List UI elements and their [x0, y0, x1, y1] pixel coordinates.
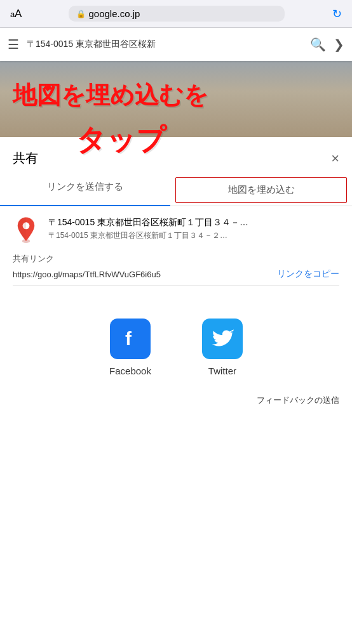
feedback-link[interactable]: フィードバックの送信	[257, 395, 339, 405]
shared-link-label: 共有リンク	[13, 253, 339, 265]
twitter-icon	[202, 319, 243, 359]
overlay-subtitle: タップ	[76, 121, 166, 160]
reload-button[interactable]: ↻	[332, 7, 342, 21]
close-button[interactable]: ×	[331, 150, 339, 167]
map-search-bar: ☰ 〒154-0015 東京都世田谷区桜新 🔍 ❯	[0, 28, 352, 61]
twitter-share-button[interactable]: Twitter	[202, 319, 243, 376]
search-button[interactable]: 🔍	[310, 37, 326, 52]
lock-icon: 🔒	[76, 10, 86, 18]
navigate-icon[interactable]: ❯	[334, 37, 344, 52]
location-info: 〒154-0015 東京都世田谷区桜新町１丁目３４－… 〒154-0015 東京…	[48, 216, 339, 240]
facebook-label: Facebook	[109, 365, 151, 376]
shared-link-row: https://goo.gl/maps/TtfLRfvWVuGF6i6u5 リン…	[13, 268, 339, 286]
url-text: google.co.jp	[88, 8, 140, 19]
feedback-row: フィードバックの送信	[0, 389, 352, 411]
address-bar[interactable]: 🔒 google.co.jp	[69, 6, 285, 22]
tab-send-link[interactable]: リンクを送信する	[0, 174, 170, 206]
copy-link-button[interactable]: リンクをコピー	[277, 268, 339, 280]
social-share-section: f Facebook Twitter	[0, 293, 352, 389]
hamburger-menu-icon[interactable]: ☰	[8, 37, 19, 52]
share-panel: 共有 × リンクを送信する 地図を埋め込む 〒154-0015 東京都世田谷区桜…	[0, 140, 352, 644]
map-pin-icon	[13, 216, 39, 243]
browser-bar: aA 🔒 google.co.jp ↻	[0, 0, 352, 28]
search-query-text[interactable]: 〒154-0015 東京都世田谷区桜新	[27, 39, 302, 50]
location-name: 〒154-0015 東京都世田谷区桜新町１丁目３４－…	[48, 216, 339, 229]
font-size-control[interactable]: aA	[10, 8, 22, 20]
facebook-icon: f	[110, 319, 151, 359]
shared-link-section: 共有リンク https://goo.gl/maps/TtfLRfvWVuGF6i…	[0, 253, 352, 293]
facebook-share-button[interactable]: f Facebook	[109, 319, 151, 376]
overlay-title: 地図を埋め込むを	[13, 82, 208, 109]
share-title: 共有	[13, 150, 38, 167]
share-panel-header: 共有 ×	[0, 140, 352, 167]
tab-embed-map[interactable]: 地図を埋め込む	[175, 177, 347, 203]
svg-text:f: f	[125, 328, 132, 349]
shared-link-url[interactable]: https://goo.gl/maps/TtfLRfvWVuGF6i6u5	[13, 270, 272, 279]
twitter-label: Twitter	[208, 365, 236, 376]
location-card: 〒154-0015 東京都世田谷区桜新町１丁目３４－… 〒154-0015 東京…	[0, 206, 352, 253]
location-sub: 〒154-0015 東京都世田谷区桜新町１丁目３４－２…	[48, 230, 339, 241]
share-tabs: リンクを送信する 地図を埋め込む	[0, 174, 352, 206]
